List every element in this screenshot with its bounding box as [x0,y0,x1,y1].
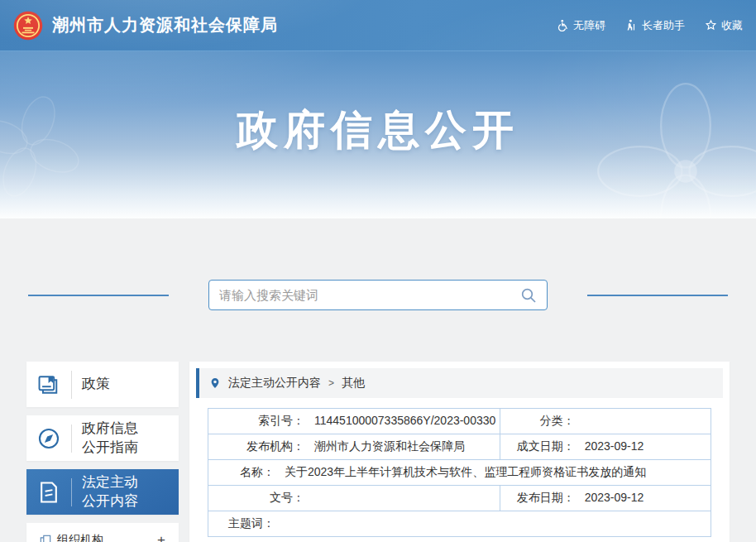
breadcrumb-current: 其他 [342,376,365,391]
table-row: 索引号：11445100007335866Y/2023-00330 分类： [208,409,711,434]
breadcrumb: 法定主动公开内容 > 其他 [196,368,723,398]
publish-date-cell: 发布日期：2023-09-12 [500,486,711,511]
sidebar-item-label: 政策 [72,375,110,393]
field-value: 2023-09-12 [585,491,644,504]
location-pin-icon [209,377,221,389]
document-icon [26,480,71,505]
field-value: 关于2023年上半年计算机技术与软件、监理工程师资格证书发放的通知 [285,465,646,478]
field-label: 分类： [504,414,575,429]
issue-date-cell: 成文日期：2023-09-12 [500,434,711,460]
sidebar-item-label: 政府信息 公开指南 [72,420,138,456]
document-title-cell: 名称：关于2023年上半年计算机技术与软件、监理工程师资格证书发放的通知 [208,460,711,486]
expand-plus-icon[interactable]: + [157,533,165,542]
sidebar-submenu-organization[interactable]: 组织机构 + [26,523,179,542]
field-value: 2023-09-12 [585,439,644,453]
field-label: 成文日期： [504,439,575,454]
table-row: 主题词： [208,511,711,537]
submenu-label: 组织机构 [57,533,103,542]
field-label: 发布机构： [212,439,304,454]
field-label: 名称： [212,465,275,480]
field-label: 发布日期： [504,491,575,506]
main-panel: 法定主动公开内容 > 其他 索引号：11445100007335866Y/202… [189,362,730,542]
field-label: 文号： [212,491,304,506]
topbar: 潮州市人力资源和社会保障局 无障碍 长者助手 收藏 [0,0,756,51]
breadcrumb-root[interactable]: 法定主动公开内容 [228,376,321,391]
banner: 政府信息公开 [0,51,756,218]
search-input[interactable] [219,288,520,302]
pages-icon [40,535,51,542]
index-number-cell: 索引号：11445100007335866Y/2023-00330 [208,409,500,434]
book-icon [26,372,71,397]
accessibility-label: 无障碍 [573,18,605,33]
sidebar-item-guide[interactable]: 政府信息 公开指南 [26,415,179,461]
content-row: 政策 政府信息 公开指南 [26,362,730,542]
elder-person-icon [625,19,638,31]
table-row: 发布机构：潮州市人力资源和社会保障局 成文日期：2023-09-12 [208,434,711,460]
topbar-links: 无障碍 长者助手 收藏 [557,18,743,33]
table-row: 名称：关于2023年上半年计算机技术与软件、监理工程师资格证书发放的通知 [208,460,711,486]
page-title: 政府信息公开 [0,103,756,158]
compass-icon [26,426,71,451]
document-number-cell: 文号： [208,486,500,511]
decorative-line-right [587,295,728,296]
search-box [208,280,548,310]
wheelchair-icon [557,19,569,31]
category-cell: 分类： [500,409,711,434]
keywords-cell: 主题词： [208,511,711,537]
sidebar: 政策 政府信息 公开指南 [26,362,179,542]
decorative-line-left [28,295,169,296]
detail-table: 索引号：11445100007335866Y/2023-00330 分类： 发布… [208,408,711,537]
favorite-label: 收藏 [721,18,743,33]
sidebar-item-statutory-disclosure[interactable]: 法定主动 公开内容 [26,469,179,515]
accessibility-link[interactable]: 无障碍 [557,18,605,33]
elder-helper-label: 长者助手 [642,18,685,33]
publisher-cell: 发布机构：潮州市人力资源和社会保障局 [208,434,500,460]
star-icon [705,19,717,31]
breadcrumb-separator: > [328,377,334,389]
table-row: 文号： 发布日期：2023-09-12 [208,486,711,511]
sidebar-item-label: 法定主动 公开内容 [72,473,138,510]
field-value: 潮州市人力资源和社会保障局 [314,439,465,453]
field-label: 主题词： [212,516,275,531]
page-body: 政策 政府信息 公开指南 [0,218,756,542]
search-button[interactable] [520,287,537,304]
site-title[interactable]: 潮州市人力资源和社会保障局 [52,14,278,36]
field-value: 11445100007335866Y/2023-00330 [314,414,495,427]
field-label: 索引号： [212,414,304,429]
favorite-link[interactable]: 收藏 [705,18,743,33]
elder-helper-link[interactable]: 长者助手 [625,18,685,33]
national-emblem-logo[interactable] [13,11,43,41]
search-section [0,280,756,310]
search-icon [520,287,537,304]
sidebar-item-policy[interactable]: 政策 [26,362,179,407]
